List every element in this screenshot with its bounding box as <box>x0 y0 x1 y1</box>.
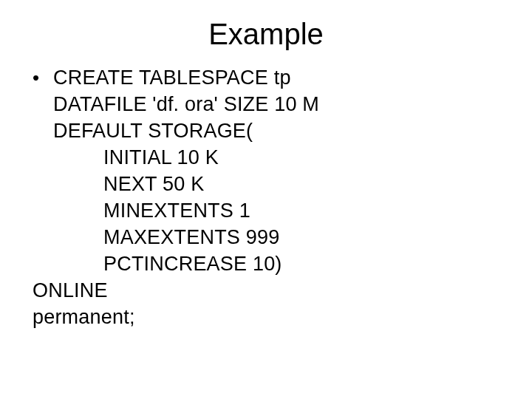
code-line-5: NEXT 50 K <box>33 171 499 197</box>
slide-title: Example <box>0 0 532 64</box>
code-line-10: permanent; <box>33 304 499 330</box>
code-line-6: MINEXTENTS 1 <box>33 197 499 224</box>
code-line-3: DEFAULT STORAGE( <box>33 117 499 144</box>
code-line-4: INITIAL 10 K <box>33 144 499 171</box>
code-line-8: PCTINCREASE 10) <box>33 250 499 277</box>
slide-content: • CREATE TABLESPACE tp DATAFILE 'df. ora… <box>0 64 532 330</box>
code-line-9: ONLINE <box>33 277 499 304</box>
bullet-item: • CREATE TABLESPACE tp <box>33 64 499 91</box>
code-line-7: MAXEXTENTS 999 <box>33 224 499 250</box>
code-line-1: CREATE TABLESPACE tp <box>53 64 291 91</box>
code-line-2: DATAFILE 'df. ora' SIZE 10 M <box>33 91 499 117</box>
bullet-icon: • <box>33 64 53 91</box>
